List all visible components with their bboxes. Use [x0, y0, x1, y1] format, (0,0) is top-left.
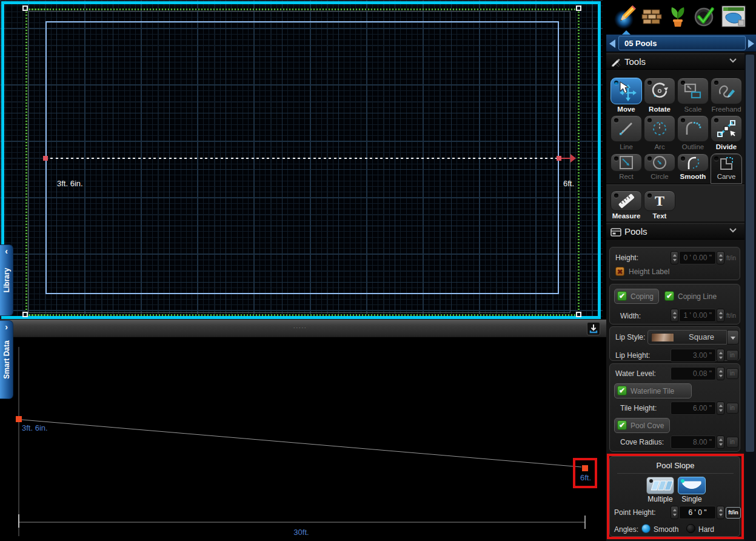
- page-title: 05 Pools: [624, 39, 657, 48]
- depth-point-left-handle[interactable]: [43, 156, 48, 161]
- tool-carve-label: Carve: [709, 173, 744, 180]
- depth-measure-line: [45, 158, 559, 159]
- tool-freehand-button[interactable]: [711, 78, 742, 104]
- waterline-tile-checkbox-button[interactable]: ✔ Waterline Tile: [614, 383, 692, 398]
- plant-icon[interactable]: [668, 5, 687, 29]
- height-unit-label: ft/in: [726, 255, 736, 261]
- tool-smooth-button[interactable]: [677, 153, 709, 172]
- pencil-icon[interactable]: [612, 3, 638, 30]
- lip-style-dropdown[interactable]: Square: [647, 330, 727, 344]
- scale-icon: [683, 81, 703, 101]
- smart-data-tab[interactable]: › Smart Data: [0, 320, 13, 399]
- slope-line-svg: [0, 337, 606, 541]
- collapse-section-view-button[interactable]: [587, 322, 600, 335]
- marquee-right: [578, 8, 580, 316]
- lip-style-label: Lip Style:: [615, 333, 645, 341]
- width-feet-stepper[interactable]: [671, 309, 678, 322]
- lip-style-texture-thumbnail: [651, 333, 674, 342]
- lip-style-dropdown-arrow[interactable]: [727, 330, 739, 344]
- water-level-value-field[interactable]: 0.08 ": [671, 367, 716, 380]
- circle-icon: [652, 155, 667, 170]
- annotation-rectangle-pool-slope: [607, 454, 744, 539]
- tool-divide-label: Divide: [709, 143, 744, 150]
- text-icon: T: [652, 193, 667, 209]
- coping-line-checkmark-icon[interactable]: ✔: [664, 291, 674, 301]
- collapse-arrow-icon: [587, 323, 600, 335]
- tool-text-button[interactable]: T: [644, 190, 675, 211]
- library-tab-label: Library: [2, 268, 11, 293]
- tool-line-button[interactable]: [610, 115, 642, 142]
- tool-scale-button[interactable]: [677, 78, 709, 104]
- height-inch-stepper[interactable]: [717, 251, 724, 264]
- check-icon[interactable]: [694, 6, 715, 27]
- marquee-left: [25, 8, 27, 316]
- height-value-field[interactable]: 0 ' 0.00 ": [679, 251, 716, 264]
- plan-depth-label-right: 6ft.: [563, 179, 574, 188]
- tools-collapse-chevron[interactable]: [729, 58, 737, 63]
- lip-height-label: Lip Height:: [615, 351, 650, 360]
- slope-point-left-handle[interactable]: [16, 416, 22, 422]
- width-inch-stepper[interactable]: [717, 309, 724, 322]
- height-label-checkbox[interactable]: ✖: [615, 267, 624, 276]
- marquee-top: [25, 8, 579, 10]
- carve-icon: [718, 156, 735, 172]
- rotate-icon: [649, 81, 670, 101]
- pool-cove-checkbox-button[interactable]: ✔ Pool Cove: [614, 418, 670, 433]
- pools-collapse-chevron[interactable]: [729, 228, 737, 233]
- tool-rect-button[interactable]: [610, 153, 642, 172]
- panel-scrollbar-thumb[interactable]: [746, 55, 754, 452]
- water-level-label: Water Level:: [615, 369, 656, 378]
- tool-smooth-label: Smooth: [675, 173, 711, 180]
- pools-section-header[interactable]: Pools: [606, 223, 756, 240]
- tools-section-header[interactable]: Tools: [606, 53, 756, 70]
- plan-view-canvas[interactable]: 3ft. 6in. 6ft.: [0, 0, 606, 319]
- library-tab[interactable]: ‹ Library: [0, 244, 13, 316]
- tool-arc-button[interactable]: [644, 115, 675, 142]
- profile-width-label: 30ft.: [283, 528, 319, 537]
- tool-divide-button[interactable]: [711, 115, 742, 142]
- plan-icon[interactable]: [721, 5, 746, 27]
- cove-radius-label: Cove Radius:: [620, 438, 664, 446]
- tool-outline-button[interactable]: [677, 115, 709, 142]
- width-value-field[interactable]: 1 ' 0.00 ": [679, 309, 716, 322]
- lip-style-value: Square: [677, 332, 726, 341]
- bricks-icon[interactable]: [641, 7, 662, 27]
- tile-height-stepper[interactable]: [717, 402, 724, 415]
- coping-checkbox-button[interactable]: ✔ Coping: [614, 289, 659, 304]
- tile-height-value-field[interactable]: 6.00 ": [671, 402, 716, 415]
- tool-circle-button[interactable]: [644, 153, 675, 172]
- depth-point-right-handle[interactable]: [557, 156, 561, 161]
- tool-move-button[interactable]: [610, 78, 642, 104]
- nav-next-arrow[interactable]: [748, 39, 754, 48]
- selection-handle-top-left[interactable]: [22, 5, 28, 11]
- line-icon: [616, 118, 637, 139]
- tools-icon: [610, 57, 621, 68]
- smooth-icon: [684, 155, 701, 170]
- width-label: Width:: [620, 312, 641, 320]
- pool-cove-checkbox-label: Pool Cove: [631, 422, 664, 430]
- tool-freehand-label: Freehand: [709, 106, 744, 113]
- tool-rotate-button[interactable]: [644, 78, 675, 104]
- pool-cove-checkmark-icon: ✔: [617, 420, 627, 430]
- selection-handle-bottom-left[interactable]: [22, 312, 28, 317]
- library-collapse-icon: ‹: [0, 246, 13, 256]
- selection-handle-bottom-right[interactable]: [576, 312, 581, 317]
- cove-radius-stepper[interactable]: [717, 435, 724, 449]
- page-selector[interactable]: 05 Pools: [618, 36, 746, 50]
- cove-radius-value-field[interactable]: 8.00 ": [671, 435, 716, 449]
- lip-height-unit-button: in: [726, 350, 738, 361]
- tool-rotate-label: Rotate: [642, 106, 677, 113]
- tool-measure-label: Measure: [609, 212, 644, 220]
- selection-handle-top-right[interactable]: [576, 5, 581, 11]
- profile-depth-label-left: 3ft. 6in.: [22, 423, 48, 432]
- tool-measure-button[interactable]: [610, 190, 642, 211]
- water-level-stepper[interactable]: [717, 367, 724, 380]
- coping-checkbox-label: Coping: [631, 292, 654, 301]
- lip-height-stepper[interactable]: [717, 349, 724, 362]
- nav-previous-arrow[interactable]: [609, 39, 615, 48]
- height-feet-stepper[interactable]: [671, 251, 678, 264]
- section-profile-view[interactable]: 3ft. 6in. 6ft. 30ft.: [0, 337, 606, 541]
- height-label: Height:: [615, 254, 638, 262]
- lip-height-value-field[interactable]: 3.00 ": [671, 349, 716, 362]
- view-splitter-bar[interactable]: .....: [0, 319, 606, 337]
